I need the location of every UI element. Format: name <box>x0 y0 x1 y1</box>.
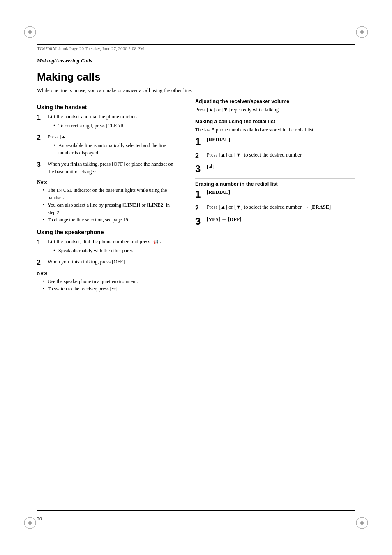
erase-step-2-content: Press [▲] or [▼] to select the desired n… <box>207 203 355 211</box>
step-1-num: 1 <box>37 113 45 131</box>
redial-step-1-content: [REDIAL] <box>207 136 355 144</box>
redial-heading: Making a call using the redial list <box>195 119 355 124</box>
redial-step-3-content: [↲] <box>207 163 355 171</box>
volume-body: Press [▲] or [▼] repeatedly while talkin… <box>195 106 355 113</box>
erase-step-1-content: [REDIAL] <box>207 189 355 196</box>
sp-step-2-num: 2 <box>37 258 45 267</box>
redial-body: The last 5 phone numbers dialled are sto… <box>195 126 355 134</box>
sp-step-1-num: 1 <box>37 238 45 256</box>
sp-note-bullets: Use the speakerphone in a quiet environm… <box>43 278 177 292</box>
erase-heading: Erasing a number in the redial list <box>195 181 355 187</box>
sp-step-2: 2 When you finish talking, press [OFF]. <box>37 258 177 267</box>
sp-step-1-bullets: Speak alternately with the other party. <box>53 247 177 254</box>
sp-step-1: 1 Lift the handset, dial the phone numbe… <box>37 238 177 256</box>
erase-rule <box>195 178 355 179</box>
main-title: Making calls <box>37 71 355 83</box>
redial-step-3: 3 [↲] <box>195 163 355 175</box>
redial-rule <box>195 116 355 116</box>
sp-note-bullet-2: To switch to the receiver, press [↪]. <box>43 285 177 292</box>
content-area: Making/Answering Calls Making calls Whil… <box>37 58 355 506</box>
erase-step-3: 3 [YES] → [OFF] <box>195 216 355 228</box>
step-3-content: When you finish talking, press [OFF] or … <box>48 160 177 176</box>
note-bullet-1: The IN USE indicator on the base unit li… <box>43 187 177 201</box>
header-rule <box>37 44 355 45</box>
redial-step-3-num: 3 <box>195 163 204 175</box>
two-column-layout: Using the handset 1 Lift the handset and… <box>37 99 355 294</box>
sp-note-heading: Note: <box>37 270 177 276</box>
redial-step-2-content: Press [▲] or [▼] to select the desired n… <box>207 151 355 159</box>
handset-step-2: 2 Press [↲]. An available line is automa… <box>37 133 177 158</box>
sp-step-1-content: Lift the handset, dial the phone number,… <box>48 238 177 256</box>
sp-step-2-content: When you finish talking, press [OFF]. <box>48 258 177 267</box>
erase-step-1: 1 [REDIAL] <box>195 189 355 200</box>
intro-text: While one line is in use, you can make o… <box>37 87 355 94</box>
handset-heading: Using the handset <box>37 104 177 111</box>
sp-note-bullet-1: Use the speakerphone in a quiet environm… <box>43 278 177 285</box>
bullet-item: An available line is automatically selec… <box>53 142 177 157</box>
erase-step-3-content: [YES] → [OFF] <box>207 216 355 223</box>
speakerphone-rule <box>37 226 177 226</box>
reg-mark-tl <box>23 25 37 39</box>
handset-note-bullets: The IN USE indicator on the base unit li… <box>43 187 177 223</box>
redial-step-2: 2 Press [▲] or [▼] to select the desired… <box>195 151 355 160</box>
handset-step-3: 3 When you finish talking, press [OFF] o… <box>37 160 177 176</box>
reg-mark-br <box>355 516 369 530</box>
footer-rule <box>37 510 355 511</box>
page-number: 20 <box>37 516 42 522</box>
handset-rule <box>37 101 177 101</box>
reg-mark-bl <box>23 516 37 530</box>
erase-step-3-num: 3 <box>195 216 204 228</box>
redial-step-1: 1 [REDIAL] <box>195 136 355 148</box>
step-1-content: Lift the handset and dial the phone numb… <box>48 113 177 131</box>
speakerphone-heading: Using the speakerphone <box>37 229 177 235</box>
volume-heading: Adjusting the receiver/speaker volume <box>195 99 355 104</box>
erase-step-2-num: 2 <box>195 203 204 212</box>
header-meta: TG6700AL.book Page 20 Tuesday, June 27, … <box>37 46 144 51</box>
redial-step-1-num: 1 <box>195 136 204 148</box>
step-2-bullets: An available line is automatically selec… <box>53 142 177 157</box>
note-bullet-3: To change the line selection, see page 1… <box>43 216 177 223</box>
handset-note-heading: Note: <box>37 179 177 185</box>
redial-step-2-num: 2 <box>195 151 204 160</box>
note-bullet-2: You can also select a line by pressing [… <box>43 201 177 216</box>
step-2-content: Press [↲]. An available line is automati… <box>48 133 177 158</box>
sp-bullet-1: Speak alternately with the other party. <box>53 247 177 254</box>
step-2-num: 2 <box>37 133 45 158</box>
right-column: Adjusting the receiver/speaker volume Pr… <box>187 99 355 294</box>
reg-mark-tr <box>355 25 369 39</box>
bullet-item: To correct a digit, press [CLEAR]. <box>53 122 177 129</box>
left-column: Using the handset 1 Lift the handset and… <box>37 99 177 294</box>
erase-step-2: 2 Press [▲] or [▼] to select the desired… <box>195 203 355 212</box>
erase-step-1-num: 1 <box>195 189 204 200</box>
handset-step-1: 1 Lift the handset and dial the phone nu… <box>37 113 177 131</box>
title-rule <box>37 67 355 67</box>
step-1-bullets: To correct a digit, press [CLEAR]. <box>53 122 177 129</box>
section-label: Making/Answering Calls <box>37 58 355 64</box>
step-3-num: 3 <box>37 160 45 176</box>
